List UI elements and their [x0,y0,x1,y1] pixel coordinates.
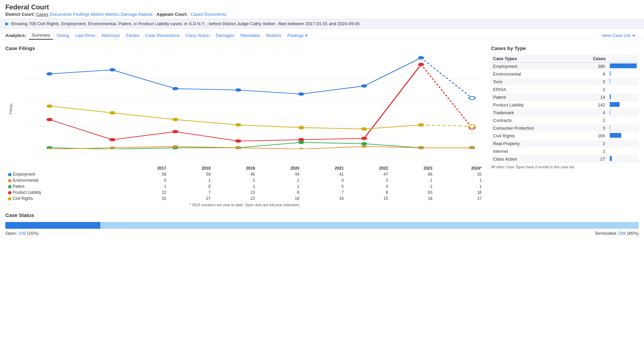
tab-case-resolutions[interactable]: Case Resolutions [143,32,182,39]
svg-point-48 [298,141,304,144]
case-type-bar-cell [608,124,639,132]
case-type-name: Environmental [491,70,576,78]
svg-point-29 [172,130,178,133]
case-type-count: 14 [576,93,608,101]
case-type-name: Consumer Protection [491,124,576,132]
tab-attorneys[interactable]: Attorneys [99,32,122,39]
svg-point-24 [418,56,424,59]
case-type-bar-cell [608,62,639,71]
svg-point-18 [47,72,53,76]
case-type-count: 142 [576,101,608,109]
table-row: ERISA 2 [491,86,639,93]
appeals-court-label: Appeals Court: [157,12,188,17]
svg-point-19 [109,68,115,72]
tab-findings[interactable]: Findings ▾ [285,32,310,39]
case-type-count: 3 [576,124,608,132]
status-labels: Open: 109 (15%) Terminated: 599 (85%) [5,231,639,236]
case-type-count: 165 [576,132,608,140]
svg-point-53 [110,146,115,149]
dc-documents-link[interactable]: Documents [50,12,72,17]
ac-documents-link[interactable]: Documents [204,12,226,17]
analytics-label: Analytics: [5,33,26,38]
tab-summary[interactable]: Summary [29,31,53,40]
svg-point-23 [361,84,367,88]
svg-point-32 [361,137,367,140]
case-filings-title: Case Filings [5,45,484,51]
terminated-count-link[interactable]: 599 [619,231,626,236]
case-type-count: 4 [576,109,608,117]
svg-point-25 [469,96,475,100]
case-type-count: 3 [576,78,608,86]
legend-civil-rights: Civil Rights 32272218 16151817 [5,195,484,202]
svg-point-38 [172,118,178,121]
dc-findings-link[interactable]: Findings [73,12,90,17]
table-row: Employment 390 [491,62,639,71]
svg-point-33 [418,63,424,66]
svg-line-26 [421,64,472,128]
legend-employment: Employment 56594544 41476632 [5,171,484,177]
col-cases: Cases [576,55,608,62]
filter-text: Showing 708 Civil Rights, Employment, En… [11,21,362,26]
case-type-bar-cell [608,93,639,101]
svg-point-43 [469,125,475,128]
status-bar [5,222,639,229]
left-panel: Case Filings Filings 60 40 20 0 [5,45,484,207]
case-type-name: Real Property [491,140,576,147]
case-type-name: Internet [491,147,576,155]
table-row: Consumer Protection 3 [491,124,639,132]
table-row: Torts 3 [491,78,639,86]
svg-point-22 [298,92,304,96]
case-type-count: 8 [576,70,608,78]
main-content: Case Filings Filings 60 40 20 0 [0,40,644,212]
status-bar-open [5,222,100,229]
cases-by-type-table: Case Types Cases Employment 390 Environm… [491,55,639,163]
svg-point-55 [236,146,240,149]
chart-area: 60 40 20 0 2017 2018 2019 2020 2021 2022… [25,55,481,149]
status-bar-terminated [100,222,639,229]
case-status-section: Case Status Open: 109 (15%) Terminated: … [0,212,644,241]
table-row: Internet 2 [491,147,639,155]
dc-motion-metrics-link[interactable]: Motion Metrics [91,12,119,17]
view-case-list-link[interactable]: View Case List ➔ [599,32,638,39]
case-type-name: Product Liability [491,101,576,109]
case-type-count: 27 [576,155,608,163]
svg-point-37 [109,111,115,115]
tab-motions[interactable]: Motions [263,32,284,39]
col-case-types: Case Types [491,55,576,62]
svg-point-21 [235,88,241,92]
tab-remedies[interactable]: Remedies [238,32,263,39]
dc-cases-link[interactable]: Cases [36,12,48,17]
legend-product-liability: Product Liability 227136 786316 [5,189,484,195]
terminated-label: Terminated: 599 (85%) [594,231,639,236]
table-row: Patent 14 [491,93,639,101]
open-count-link[interactable]: 109 [18,231,26,236]
right-panel: Cases by Type Case Types Cases Employmen… [491,45,639,207]
case-type-bar-cell [608,101,639,109]
tab-class-action[interactable]: Class Action [183,32,213,39]
svg-point-30 [235,139,241,143]
svg-point-27 [47,118,53,121]
svg-point-36 [47,104,53,108]
table-row: Real Property 2 [491,140,639,147]
tab-law-firms[interactable]: Law Firms [72,32,98,39]
tab-damages[interactable]: Damages [213,32,237,39]
legend-patent: Patent 1011 5411 [5,183,484,189]
tab-parties[interactable]: Parties [123,32,142,39]
case-type-name: Employment [491,62,576,71]
svg-point-41 [361,127,367,131]
table-row: Civil Rights 165 [491,132,639,140]
page-title: Federal Court [5,3,639,11]
table-row: Class Action 27 [491,155,639,163]
cases-type-footnote: All other Case Types have 0 results in t… [491,165,639,169]
case-type-bar-cell [608,70,639,78]
svg-point-59 [470,146,474,149]
case-type-count: 2 [576,147,608,155]
dc-damage-awards-link[interactable]: Damage Awards [121,12,153,17]
svg-point-54 [173,145,178,148]
tab-timing[interactable]: Timing [54,32,72,39]
ac-cases-link[interactable]: Cases [191,12,203,17]
chart-svg: 60 40 20 0 2017 2018 2019 2020 2021 2022… [25,55,481,149]
case-type-bar-cell [608,132,639,140]
svg-point-40 [298,126,304,129]
filter-arrow-icon[interactable]: ▶ [5,21,9,26]
